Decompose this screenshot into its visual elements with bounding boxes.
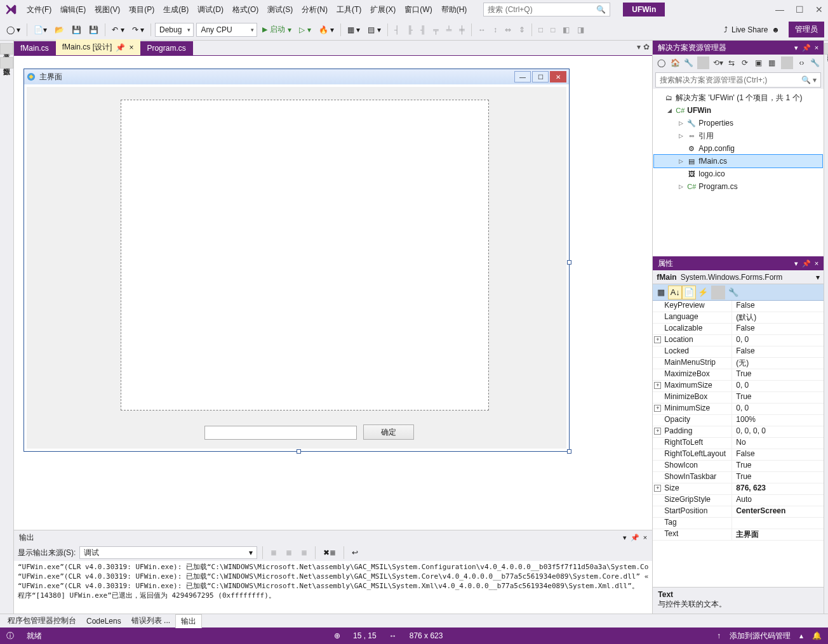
tree-project[interactable]: ◢C#UFWin bbox=[654, 104, 822, 117]
output-wrap-button[interactable]: ↩ bbox=[349, 546, 361, 560]
form-maximize-button[interactable]: ☐ bbox=[532, 71, 549, 82]
se-refresh-icon[interactable]: ⟳ bbox=[739, 56, 751, 69]
config-dropdown[interactable]: Debug bbox=[155, 23, 194, 37]
save-all-button[interactable]: 💾 bbox=[86, 23, 101, 37]
se-search-input[interactable]: 搜索解决方案资源管理器(Ctrl+;) 🔍 ▾ bbox=[655, 72, 821, 88]
form-close-button[interactable]: ✕ bbox=[550, 71, 566, 82]
tab-overflow-icon[interactable]: ▾ bbox=[637, 43, 641, 51]
se-drop-icon[interactable]: ▾ bbox=[794, 44, 798, 52]
start-nodebug-button[interactable]: ▷ ▾ bbox=[297, 23, 313, 37]
property-row[interactable]: Text主界面 bbox=[653, 529, 824, 541]
output-clear-button[interactable]: ✖≣ bbox=[321, 546, 338, 560]
tree-appconfig[interactable]: ⚙App.config bbox=[654, 142, 822, 155]
menu-item[interactable]: 帮助(H) bbox=[437, 2, 471, 18]
status-up-icon[interactable]: ↑ bbox=[717, 631, 721, 640]
property-row[interactable]: Padding+0, 0, 0, 0 bbox=[653, 426, 824, 438]
form-minimize-button[interactable]: — bbox=[514, 71, 531, 82]
pin-icon[interactable]: 📌 bbox=[116, 43, 125, 52]
menu-item[interactable]: 测试(S) bbox=[264, 2, 297, 18]
property-row[interactable]: LocalizableFalse bbox=[653, 324, 824, 335]
property-row[interactable]: MinimizeBoxTrue bbox=[653, 392, 824, 404]
property-row[interactable]: KeyPreviewFalse bbox=[653, 301, 824, 312]
output-dropdown-icon[interactable]: ▾ bbox=[623, 534, 627, 542]
property-row[interactable]: MinimumSize+0, 0 bbox=[653, 404, 824, 415]
undo-button[interactable]: ↶ ▾ bbox=[109, 23, 126, 37]
tab-program[interactable]: Program.cs bbox=[140, 41, 192, 55]
form-ok-button[interactable]: 确定 bbox=[363, 424, 414, 440]
property-row[interactable]: RightToLeftLayoutFalse bbox=[653, 449, 824, 461]
global-search-input[interactable]: 搜索 (Ctrl+Q) 🔍 bbox=[483, 3, 610, 16]
diagnostics-tab[interactable]: 诊断工具 bbox=[824, 43, 828, 55]
tree-program[interactable]: ▷C#Program.cs bbox=[654, 180, 822, 193]
property-row[interactable]: ShowIconTrue bbox=[653, 461, 824, 472]
menu-item[interactable]: 格式(O) bbox=[229, 2, 262, 18]
output-src-dropdown[interactable]: 调试▾ bbox=[79, 546, 257, 559]
se-props-icon[interactable]: 🔧 bbox=[809, 56, 821, 69]
live-share-button[interactable]: Live Share bbox=[731, 25, 768, 34]
form-designer[interactable]: 主界面 — ☐ ✕ 确定 bbox=[14, 56, 652, 530]
bottom-tab[interactable]: 输出 bbox=[175, 614, 202, 628]
menu-item[interactable]: 项目(P) bbox=[125, 2, 158, 18]
menu-item[interactable]: 文件(F) bbox=[23, 2, 55, 18]
property-row[interactable]: MaximumSize+0, 0 bbox=[653, 381, 824, 392]
layout-button-2[interactable]: ▤ ▾ bbox=[365, 23, 383, 37]
close-button[interactable]: ✕ bbox=[815, 4, 823, 15]
menu-item[interactable]: 分析(N) bbox=[298, 2, 331, 18]
form-placeholder-panel[interactable] bbox=[121, 100, 489, 411]
se-code-icon[interactable]: ‹› bbox=[796, 56, 808, 69]
tree-solution[interactable]: 🗂解决方案 'UFWin' (1 个项目，共 1 个) bbox=[654, 91, 822, 104]
property-row[interactable]: Opacity100% bbox=[653, 415, 824, 426]
se-collapse-icon[interactable]: ▣ bbox=[752, 56, 765, 69]
feedback-icon[interactable]: ☻ bbox=[771, 25, 780, 34]
status-src-ctrl[interactable]: 添加到源代码管理 bbox=[730, 631, 791, 641]
property-row[interactable]: Language(默认) bbox=[653, 312, 824, 324]
hot-reload-button[interactable]: 🔥 ▾ bbox=[316, 23, 337, 37]
menu-item[interactable]: 窗口(W) bbox=[401, 2, 436, 18]
menu-item[interactable]: 生成(B) bbox=[159, 2, 192, 18]
property-row[interactable]: MaximizeBoxTrue bbox=[653, 369, 824, 381]
prop-events-icon[interactable]: ⚡ bbox=[696, 286, 710, 299]
tree-references[interactable]: ▷▫▫引用 bbox=[654, 129, 822, 142]
property-row[interactable]: Size+876, 623 bbox=[653, 483, 824, 495]
minimize-button[interactable]: — bbox=[775, 4, 784, 15]
tab-fmain-code[interactable]: fMain.cs bbox=[14, 41, 56, 55]
tab-close-icon[interactable]: × bbox=[129, 43, 133, 52]
save-button[interactable]: 💾 bbox=[69, 23, 84, 37]
layout-button-1[interactable]: ▦ ▾ bbox=[345, 23, 363, 37]
bottom-tab[interactable]: 错误列表 ... bbox=[126, 614, 175, 628]
designer-form[interactable]: 主界面 — ☐ ✕ 确定 bbox=[23, 69, 570, 452]
property-row[interactable]: SizeGripStyleAuto bbox=[653, 495, 824, 506]
menu-item[interactable]: 工具(T) bbox=[333, 2, 365, 18]
datasource-tab[interactable]: 数据源 bbox=[0, 57, 13, 69]
output-pin-icon[interactable]: 📌 bbox=[631, 534, 639, 542]
prop-close-icon[interactable]: × bbox=[815, 260, 818, 268]
property-row[interactable]: StartPositionCenterScreen bbox=[653, 506, 824, 518]
toolbox-tab[interactable]: 工具箱 bbox=[0, 43, 13, 55]
tab-gear-icon[interactable]: ✿ bbox=[643, 43, 650, 51]
menu-item[interactable]: 编辑(E) bbox=[57, 2, 90, 18]
se-showall-icon[interactable]: ▦ bbox=[766, 56, 778, 69]
maximize-button[interactable]: ☐ bbox=[796, 4, 804, 15]
se-sync-icon[interactable]: ⟲▾ bbox=[712, 56, 724, 69]
property-row[interactable]: Location+0, 0 bbox=[653, 335, 824, 346]
prop-cat-icon[interactable]: ▦ bbox=[654, 286, 668, 299]
se-filter-icon[interactable]: ⇆ bbox=[726, 56, 738, 69]
platform-dropdown[interactable]: Any CPU bbox=[196, 23, 257, 37]
se-home-icon[interactable]: 🏠 bbox=[669, 56, 681, 69]
properties-object-selector[interactable]: fMain System.Windows.Forms.Form ▾ bbox=[653, 270, 824, 284]
output-text[interactable]: “UFWin.exe”(CLR v4.0.30319: UFWin.exe): … bbox=[14, 561, 652, 614]
se-back-icon[interactable]: ◯ bbox=[655, 56, 667, 69]
form-client-area[interactable]: 确定 bbox=[27, 87, 566, 449]
redo-button[interactable]: ↷ ▾ bbox=[130, 23, 147, 37]
output-close-icon[interactable]: × bbox=[643, 534, 647, 542]
tree-properties[interactable]: ▷🔧Properties bbox=[654, 117, 822, 129]
property-row[interactable]: RightToLeftNo bbox=[653, 438, 824, 449]
properties-grid[interactable]: KeyPreviewFalseLanguage(默认)LocalizableFa… bbox=[653, 301, 824, 587]
tab-fmain-design[interactable]: fMain.cs [设计]📌× bbox=[56, 39, 141, 55]
property-row[interactable]: LockedFalse bbox=[653, 346, 824, 358]
se-scope-icon[interactable]: 🔧 bbox=[683, 56, 695, 69]
start-debug-button[interactable]: 启动 ▾ bbox=[260, 23, 294, 37]
bottom-tab[interactable]: CodeLens bbox=[81, 615, 126, 627]
bottom-tab[interactable]: 程序包管理器控制台 bbox=[3, 614, 81, 628]
status-bell-icon[interactable]: 🔔 bbox=[812, 631, 822, 640]
